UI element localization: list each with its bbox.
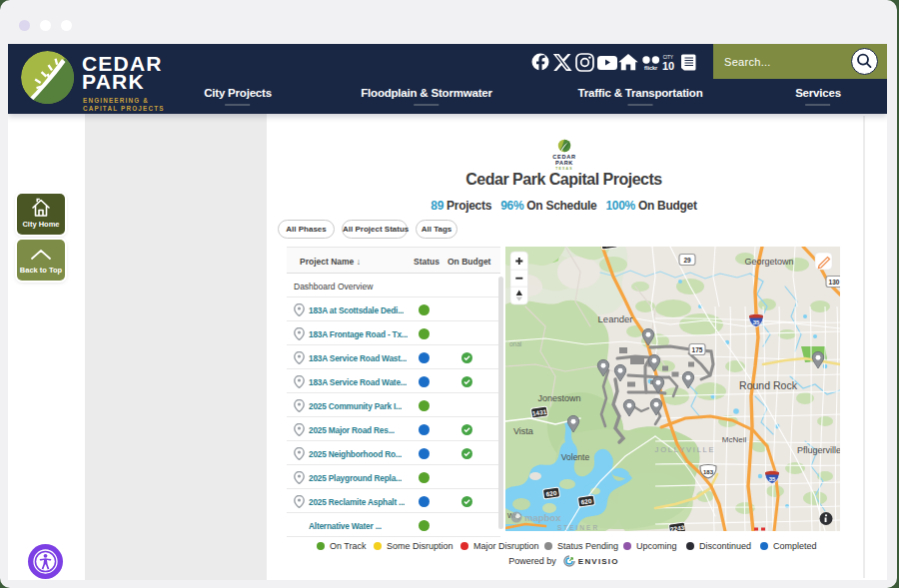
svg-text:mapbox: mapbox (524, 512, 561, 523)
svg-text:Jonestown: Jonestown (537, 393, 580, 403)
svg-text:STEINER: STEINER (557, 524, 599, 531)
svg-text:29: 29 (683, 257, 691, 264)
svg-text:McNeil: McNeil (722, 435, 747, 444)
svg-text:flickr: flickr (644, 65, 658, 71)
svg-text:175: 175 (692, 346, 703, 353)
svg-text:Leander: Leander (598, 313, 633, 324)
svg-text:Round Rock: Round Rock (739, 379, 798, 391)
svg-text:183: 183 (703, 469, 714, 475)
svg-text:Pflugerville: Pflugerville (797, 445, 840, 455)
svg-text:35: 35 (753, 319, 760, 325)
svg-text:Volente: Volente (561, 452, 590, 462)
svg-text:10: 10 (662, 60, 674, 72)
svg-text:35: 35 (769, 476, 776, 482)
svg-text:TEXAS: TEXAS (555, 167, 572, 171)
svg-text:onal: onal (509, 340, 522, 347)
svg-text:130: 130 (829, 279, 840, 286)
svg-text:Vista: Vista (513, 426, 533, 436)
svg-text:JOLLYVILLE: JOLLYVILLE (655, 445, 716, 454)
svg-text:2243: 2243 (669, 524, 685, 531)
svg-text:PARK: PARK (555, 160, 573, 166)
svg-text:Georgetown: Georgetown (744, 257, 793, 267)
